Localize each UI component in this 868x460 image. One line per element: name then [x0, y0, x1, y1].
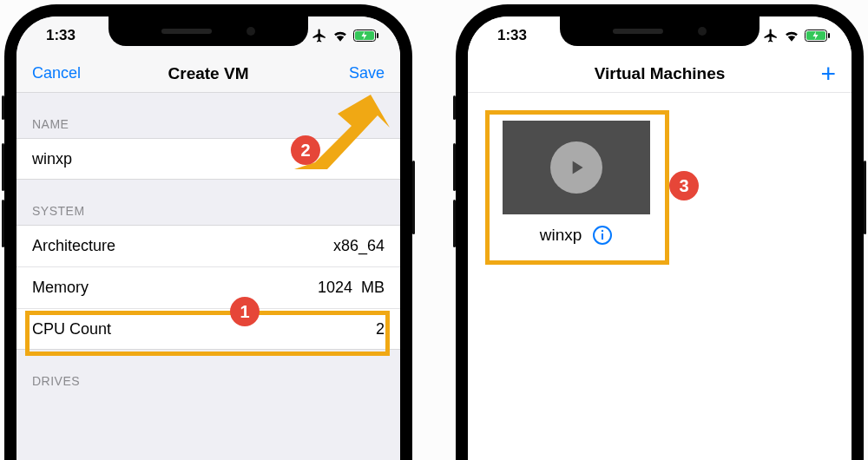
status-icons: [312, 28, 379, 43]
wifi-icon: [332, 30, 348, 42]
section-header-name: NAME: [16, 93, 400, 138]
wifi-icon: [784, 30, 799, 42]
architecture-label: Architecture: [32, 237, 115, 255]
cpu-count-row[interactable]: CPU Count 2: [16, 308, 400, 350]
cancel-button[interactable]: Cancel: [32, 64, 93, 82]
architecture-row[interactable]: Architecture x86_64: [16, 225, 400, 266]
save-button[interactable]: Save: [324, 64, 385, 82]
notch: [108, 16, 308, 46]
status-time: 1:33: [497, 27, 527, 44]
memory-value: 1024 MB: [318, 279, 385, 297]
status-time: 1:33: [46, 27, 76, 44]
notch: [560, 16, 760, 46]
battery-charging-icon: [353, 30, 379, 42]
iphone-frame-left: 1:33 Cancel Create VM Save NAME winxp SY…: [4, 4, 412, 460]
vm-thumbnail[interactable]: [503, 121, 650, 214]
svg-point-9: [602, 230, 603, 232]
battery-charging-icon: [805, 30, 831, 42]
nav-bar-right: Virtual Machines +: [468, 55, 852, 93]
annotation-badge-3: 3: [669, 171, 699, 200]
svg-rect-6: [828, 33, 830, 38]
vm-tile[interactable]: winxp: [494, 121, 659, 246]
section-header-drives: DRIVES: [16, 350, 400, 395]
cpu-value: 2: [376, 320, 385, 338]
nav-title-left: Create VM: [93, 64, 324, 83]
section-header-system: SYSTEM: [16, 180, 400, 225]
nav-bar-left: Cancel Create VM Save: [16, 55, 400, 93]
screen-right: 1:33 Virtual Machines + winxp: [468, 16, 852, 460]
cpu-label: CPU Count: [32, 320, 111, 338]
iphone-frame-right: 1:33 Virtual Machines + winxp: [456, 4, 864, 460]
memory-label: Memory: [32, 279, 89, 297]
svg-rect-2: [377, 33, 378, 38]
play-icon[interactable]: [550, 141, 602, 194]
memory-row[interactable]: Memory 1024 MB: [16, 266, 400, 308]
architecture-value: x86_64: [333, 237, 385, 255]
airplane-mode-icon: [312, 28, 327, 43]
status-icons: [763, 28, 831, 43]
airplane-mode-icon: [763, 28, 779, 43]
add-vm-button[interactable]: +: [775, 61, 836, 87]
info-icon[interactable]: [592, 225, 613, 246]
nav-title-right: Virtual Machines: [544, 64, 775, 83]
name-field-row[interactable]: winxp: [16, 138, 400, 180]
vm-name: winxp: [540, 226, 582, 245]
name-value: winxp: [32, 150, 72, 168]
screen-left: 1:33 Cancel Create VM Save NAME winxp SY…: [16, 16, 400, 460]
